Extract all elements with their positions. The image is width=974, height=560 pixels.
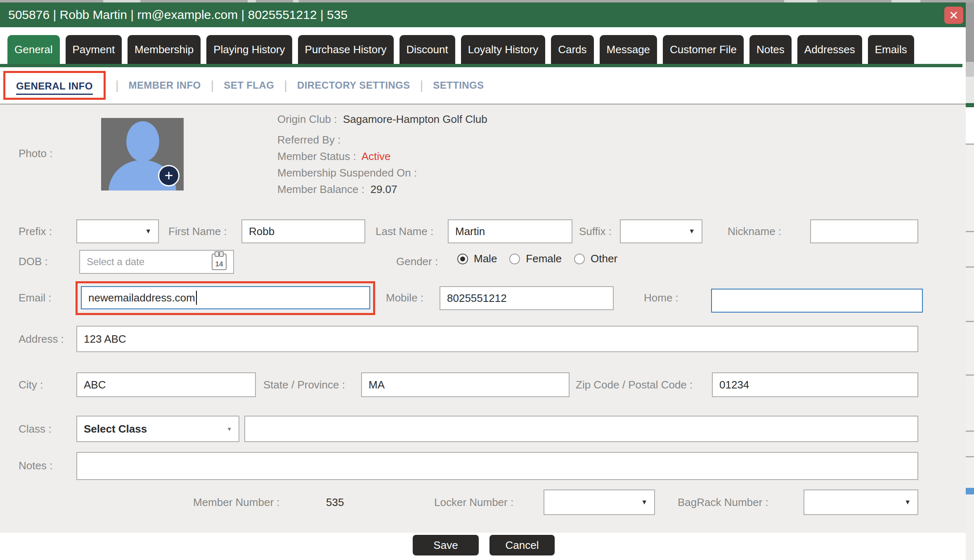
tab-payment[interactable]: Payment	[66, 35, 122, 64]
subtab-member-info[interactable]: MEMBER INFO	[129, 80, 201, 91]
first-name-field[interactable]: Robb	[241, 219, 365, 243]
tab-membership[interactable]: Membership	[128, 35, 201, 64]
text-cursor	[196, 291, 197, 305]
city-field[interactable]: ABC	[76, 372, 256, 397]
avatar-head	[126, 121, 159, 162]
gender-radio-group: Male Female Other	[457, 252, 624, 265]
member-status-value: Active	[362, 150, 391, 162]
last-name-field[interactable]: Martin	[448, 219, 572, 243]
dob-field[interactable]: Select a date 14	[79, 250, 234, 274]
notes-label: Notes :	[19, 459, 52, 472]
general-info-annotation-box: GENERAL INFO	[3, 71, 106, 100]
suffix-label: Suffix :	[579, 225, 612, 238]
last-name-label: Last Name :	[376, 225, 433, 238]
radio-male-label: Male	[474, 252, 497, 265]
tab-general[interactable]: General	[7, 35, 60, 64]
member-number-label: Member Number :	[193, 496, 280, 509]
bagrack-number-label: BagRack Number :	[678, 496, 768, 509]
member-photo-placeholder: +	[101, 118, 184, 191]
tab-underline	[0, 64, 962, 67]
home-field[interactable]	[711, 289, 923, 313]
general-info-panel: Photo : + Origin Club : Sagamore-Hampton…	[0, 105, 966, 533]
nickname-label: Nickname :	[728, 225, 781, 238]
gender-label: Gender :	[396, 255, 438, 268]
plus-icon: +	[164, 167, 173, 185]
modal-title-bar: 505876 | Robb Martin | rm@example.com | …	[0, 2, 966, 27]
locker-number-label: Locker Number :	[434, 496, 513, 509]
close-icon: ✕	[949, 9, 958, 22]
subtab-general-info[interactable]: GENERAL INFO	[16, 80, 93, 95]
email-annotation-box: newemailaddress.com	[76, 281, 375, 315]
class-select[interactable]: Select Class ▼	[76, 416, 239, 442]
member-balance-value: 29.07	[370, 183, 397, 195]
address-field[interactable]: 123 ABC	[76, 326, 918, 352]
tab-cards[interactable]: Cards	[551, 35, 593, 64]
tab-purchase-history[interactable]: Purchase History	[298, 35, 394, 64]
mobile-field[interactable]: 8025551212	[440, 286, 614, 310]
tab-notes[interactable]: Notes	[749, 35, 792, 64]
home-label: Home :	[644, 291, 678, 304]
save-button[interactable]: Save	[413, 535, 479, 555]
calendar-icon: 14	[212, 254, 227, 270]
class-extra-field[interactable]	[244, 416, 918, 442]
close-button[interactable]: ✕	[944, 7, 963, 24]
locker-number-select[interactable]: ▼	[544, 489, 655, 515]
radio-female-label: Female	[526, 252, 562, 265]
member-number-value: 535	[326, 496, 344, 509]
radio-other-label: Other	[591, 252, 617, 265]
state-field[interactable]: MA	[361, 372, 570, 397]
member-balance-line: Member Balance : 29.07	[277, 183, 397, 196]
tab-emails[interactable]: Emails	[868, 35, 914, 64]
radio-other[interactable]	[574, 254, 585, 264]
photo-label: Photo :	[19, 147, 52, 160]
bagrack-number-select[interactable]: ▼	[804, 489, 918, 515]
zip-field[interactable]: 01234	[712, 372, 918, 397]
mobile-label: Mobile :	[386, 291, 423, 304]
nickname-field[interactable]	[810, 219, 918, 243]
state-label: State / Province :	[263, 378, 345, 391]
cancel-button[interactable]: Cancel	[489, 535, 555, 555]
class-select-value: Select Class	[84, 423, 147, 435]
city-label: City :	[19, 378, 43, 391]
background-page-right-edge	[966, 2, 974, 560]
subtab-separator: |	[211, 78, 214, 92]
zip-label: Zip Code / Postal Code :	[576, 378, 693, 391]
address-label: Address :	[19, 332, 64, 346]
member-status-line: Member Status : Active	[277, 150, 391, 163]
tab-message[interactable]: Message	[600, 35, 657, 64]
modal-title: 505876 | Robb Martin | rm@example.com | …	[8, 8, 348, 22]
prefix-select[interactable]: ▼	[76, 219, 159, 243]
main-tab-bar: General Payment Membership Playing Histo…	[0, 35, 962, 64]
subtab-settings[interactable]: SETTINGS	[433, 80, 484, 91]
add-photo-button[interactable]: +	[158, 165, 180, 186]
tab-addresses[interactable]: Addresses	[797, 35, 862, 64]
subtab-directory-settings[interactable]: DIRECTORY SETTINGS	[297, 80, 410, 91]
dob-placeholder: Select a date	[87, 256, 144, 268]
radio-male[interactable]	[457, 254, 468, 264]
chevron-down-icon: ▼	[641, 499, 648, 506]
chevron-down-icon: ▼	[145, 228, 151, 235]
radio-female[interactable]	[509, 254, 520, 264]
suffix-select[interactable]: ▼	[620, 219, 702, 243]
subtab-set-flag[interactable]: SET FLAG	[224, 80, 274, 91]
chevron-down-icon: ▼	[227, 426, 232, 432]
tab-playing-history[interactable]: Playing History	[206, 35, 292, 64]
subtab-separator: |	[116, 78, 119, 92]
tab-customer-file[interactable]: Customer File	[663, 35, 744, 64]
notes-field[interactable]	[76, 452, 918, 480]
membership-suspended-line: Membership Suspended On :	[277, 167, 417, 179]
chevron-down-icon: ▼	[904, 499, 911, 506]
email-field[interactable]: newemailaddress.com	[81, 286, 370, 309]
subtab-separator: |	[420, 78, 423, 92]
sub-tab-bar: GENERAL INFO | MEMBER INFO | SET FLAG | …	[0, 67, 966, 104]
origin-club-value: Sagamore-Hampton Golf Club	[343, 113, 487, 125]
referred-by-line: Referred By :	[277, 134, 340, 146]
dob-label: DOB :	[19, 255, 48, 268]
first-name-label: First Name :	[168, 225, 227, 238]
subtab-separator: |	[284, 78, 287, 92]
tab-discount[interactable]: Discount	[400, 35, 455, 64]
prefix-label: Prefix :	[19, 225, 52, 238]
tab-loyalty-history[interactable]: Loyalty History	[461, 35, 546, 64]
email-label: Email :	[19, 291, 51, 304]
class-label: Class :	[19, 422, 51, 435]
